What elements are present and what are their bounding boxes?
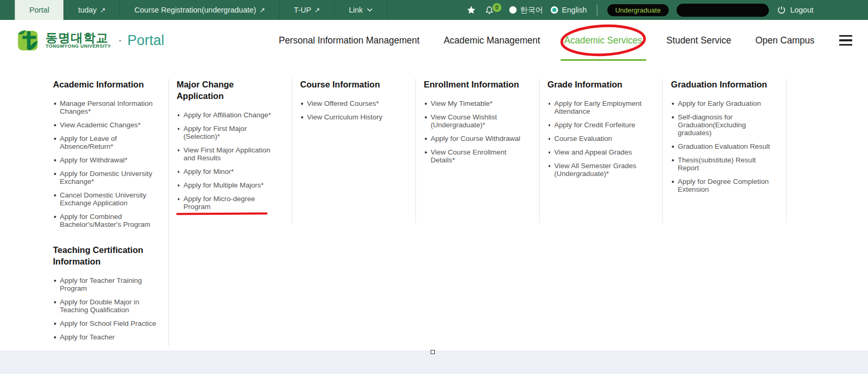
menu-section-title: Teaching Certification Information — [53, 244, 159, 267]
portal-label: Portal — [127, 32, 165, 49]
nav-open-campus[interactable]: Open Campus — [743, 20, 827, 61]
menu-item[interactable]: View First Major Application and Results — [177, 146, 283, 162]
megamenu-column-2: Major Change ApplicationApply for Affili… — [168, 79, 292, 347]
power-icon — [777, 5, 786, 15]
megamenu-column-1: Academic InformationManage Personal Info… — [45, 79, 168, 347]
nav-personal-information-management[interactable]: Personal Information Management — [266, 20, 431, 61]
menu-item[interactable]: Apply for Course Withdrawal — [424, 135, 530, 142]
menu-item[interactable]: Cancel Domestic University Exchange Appl… — [53, 191, 159, 207]
nav-label: Personal Information Management — [278, 35, 419, 46]
menu-item[interactable]: Apply for Micro-degree Program — [177, 195, 283, 211]
menu-item[interactable]: View Course Enrollment Details* — [424, 148, 530, 164]
topbar-tab-link[interactable]: Link — [334, 0, 388, 20]
menu-item[interactable]: View Course Wishlist (Undergraduate)* — [424, 113, 530, 129]
university-name-english: TONGMYONG UNIVERSITY — [46, 44, 111, 49]
menu-section-title: Course Information — [300, 79, 406, 90]
menu-item[interactable]: Apply for Degree Completion Extension — [671, 178, 777, 193]
column-divider — [662, 79, 663, 223]
topbar-tabs: Portal tuday ↗ Course Registration(under… — [15, 0, 388, 20]
top-utility-bar: Portal tuday ↗ Course Registration(under… — [0, 0, 868, 20]
menu-item[interactable]: Graduation Evaluation Result — [671, 142, 777, 150]
menu-resize-handle[interactable] — [431, 350, 435, 354]
menu-item[interactable]: Apply for Teacher — [53, 333, 159, 341]
menu-item[interactable]: Apply for Multiple Majors* — [177, 181, 283, 189]
tab-label: tuday — [78, 6, 97, 14]
menu-item[interactable]: Apply for Early Employment Attendance — [548, 100, 653, 115]
topbar-tab-tuday[interactable]: tuday ↗ — [63, 0, 120, 20]
menu-item[interactable]: Apply for Affiliation Change* — [177, 111, 283, 119]
nav-label: Open Campus — [755, 35, 815, 46]
menu-item[interactable]: Thesis(substitute) Result Report — [671, 156, 777, 172]
tab-label: Portal — [29, 6, 49, 14]
column-divider — [168, 79, 169, 346]
logout-button[interactable]: Logout — [777, 5, 813, 15]
notification-bell-icon[interactable]: 0 — [484, 5, 501, 16]
menu-item[interactable]: Course Evaluation — [548, 135, 653, 142]
language-option-english[interactable]: English — [551, 6, 587, 14]
nav-student-service[interactable]: Student Service — [655, 20, 744, 61]
menu-item[interactable]: Apply for Teacher Training Program — [53, 277, 159, 292]
menu-section-title: Enrollment Information — [424, 79, 530, 90]
menu-section-title: Grade Information — [548, 79, 653, 90]
menu-item[interactable]: Apply for Double Major in Teaching Quali… — [53, 298, 159, 314]
menu-item[interactable]: Apply for School Field Practice — [53, 320, 159, 327]
menu-item[interactable]: View Curriculum History — [300, 113, 406, 121]
menu-item[interactable]: Apply for Combined Bachelor's/Master's P… — [53, 213, 159, 228]
menu-item[interactable]: Apply for First Major (Selection)* — [177, 125, 283, 140]
external-link-icon: ↗ — [259, 6, 265, 14]
menu-item[interactable]: View All Semester Grades (Undergraduate)… — [548, 162, 653, 178]
logo-separator-dot: · — [118, 34, 122, 47]
academic-services-mega-menu: Academic InformationManage Personal Info… — [0, 61, 868, 350]
menu-section: Course InformationView Offered Courses*V… — [300, 79, 406, 121]
logout-label: Logout — [790, 6, 813, 14]
external-link-icon: ↗ — [100, 6, 105, 14]
menu-section: Graduation InformationApply for Early Gr… — [671, 79, 777, 193]
nav-label: Academic Services — [564, 35, 642, 46]
menu-item[interactable]: Apply for Leave of Absence/Return* — [53, 135, 159, 150]
menu-section: Grade InformationApply for Early Employm… — [548, 79, 653, 178]
redacted-username — [677, 4, 769, 17]
tab-label: Course Registration(undergraduate) — [134, 6, 256, 14]
menu-section-title: Graduation Information — [671, 79, 777, 90]
chevron-down-icon — [367, 8, 373, 12]
column-divider — [292, 79, 292, 223]
menu-item[interactable]: View Offered Courses* — [300, 100, 406, 107]
menu-item[interactable]: Apply for Minor* — [177, 168, 283, 175]
menu-section: Enrollment InformationView My Timetable*… — [424, 79, 530, 164]
menu-item[interactable]: Apply for Domestic University Exchange* — [53, 170, 159, 185]
red-underline-annotation — [176, 213, 267, 215]
topbar-tab-portal[interactable]: Portal — [15, 0, 63, 20]
menu-item[interactable]: Apply for Withdrawal* — [53, 156, 159, 164]
favorites-star-icon[interactable] — [466, 5, 476, 15]
megamenu-column-4: Enrollment InformationView My Timetable*… — [415, 79, 539, 347]
hamburger-menu-icon[interactable] — [839, 35, 852, 46]
radio-selected-icon — [551, 6, 558, 14]
menu-item[interactable]: View and Appeal Grades — [548, 148, 653, 156]
menu-item[interactable]: Apply for Early Graduation — [671, 100, 777, 107]
topbar-tab-course-registration[interactable]: Course Registration(undergraduate) ↗ — [120, 0, 279, 20]
menu-item[interactable]: Apply for Credit Forfeiture — [548, 121, 653, 129]
external-link-icon: ↗ — [314, 6, 320, 14]
menu-item[interactable]: Self-diagnosis for Graduation(Excluding … — [671, 113, 777, 137]
column-divider — [415, 79, 416, 223]
tab-label: T-UP — [294, 6, 311, 14]
column-divider — [539, 79, 540, 223]
menu-item[interactable]: View Academic Changes* — [53, 121, 159, 129]
menu-section-title: Academic Information — [53, 79, 159, 90]
menu-section: Major Change ApplicationApply for Affili… — [177, 79, 283, 211]
topbar-tab-t-up[interactable]: T-UP ↗ — [279, 0, 334, 20]
main-nav: Personal Information Management Academic… — [266, 20, 827, 61]
menu-section: Teaching Certification InformationApply … — [53, 244, 159, 341]
topbar-divider — [597, 5, 597, 16]
university-logo[interactable]: 동명대학교 TONGMYONG UNIVERSITY · Portal — [16, 28, 164, 52]
nav-academic-management[interactable]: Academic Management — [432, 20, 552, 61]
megamenu-column-3: Course InformationView Offered Courses*V… — [292, 79, 415, 347]
menu-item[interactable]: View My Timetable* — [424, 100, 530, 107]
nav-academic-services[interactable]: Academic Services — [552, 20, 655, 61]
language-option-korean[interactable]: 한국어 — [509, 5, 543, 15]
logo-text: 동명대학교 TONGMYONG UNIVERSITY — [46, 31, 111, 49]
notification-count-badge: 0 — [492, 3, 501, 12]
language-label: English — [562, 6, 587, 14]
megamenu-column-5: Grade InformationApply for Early Employm… — [539, 79, 663, 347]
menu-item[interactable]: Manage Personal Information Changes* — [53, 100, 159, 115]
